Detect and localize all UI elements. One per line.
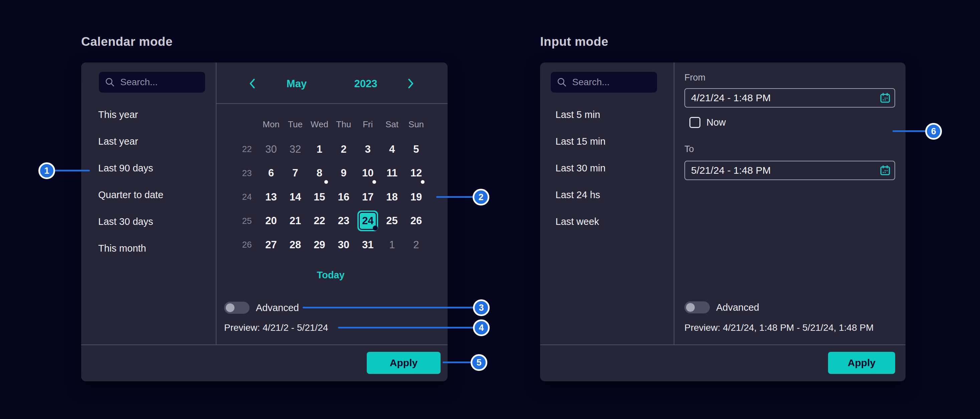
footer-divider	[81, 344, 447, 345]
day-1[interactable]: 1	[380, 233, 404, 257]
from-label: From	[684, 73, 705, 83]
to-calendar-button[interactable]	[879, 164, 891, 177]
weekday-header-sun: Sun	[404, 118, 428, 131]
weekday-header-tue: Tue	[283, 118, 307, 131]
day-5[interactable]: 5	[404, 137, 428, 161]
next-month-button[interactable]	[403, 76, 418, 91]
apply-button[interactable]: Apply	[828, 352, 895, 374]
day-19[interactable]: 19	[404, 185, 428, 209]
day-31[interactable]: 31	[356, 233, 380, 257]
week-number-22: 22	[235, 137, 259, 161]
day-28[interactable]: 28	[283, 233, 307, 257]
preset-list: This yearLast yearLast 90 daysQuarter to…	[81, 101, 215, 261]
day-30[interactable]: 30	[332, 233, 356, 257]
weekday-header-sat: Sat	[380, 118, 404, 131]
day-2[interactable]: 2	[332, 137, 356, 161]
year-label[interactable]: 2023	[337, 78, 394, 90]
week-number-23: 23	[235, 161, 259, 185]
day-22[interactable]: 22	[307, 209, 331, 233]
advanced-toggle[interactable]	[684, 301, 710, 314]
day-21[interactable]: 21	[283, 209, 307, 233]
chevron-right-icon	[406, 78, 415, 89]
selected-day-box: 24	[357, 210, 378, 231]
day-20[interactable]: 20	[259, 209, 283, 233]
preset-last-15-min[interactable]: Last 15 min	[540, 128, 672, 155]
search-input[interactable]	[120, 77, 205, 88]
day-13[interactable]: 13	[259, 185, 283, 209]
chevron-left-icon	[248, 78, 257, 89]
prev-month-button[interactable]	[245, 76, 260, 91]
preset-last-90-days[interactable]: Last 90 days	[81, 155, 215, 182]
day-32[interactable]: 32	[283, 137, 307, 161]
preset-last-year[interactable]: Last year	[81, 128, 215, 155]
month-label[interactable]: May	[268, 78, 325, 90]
callout-badge-5: 5	[471, 354, 487, 371]
preset-this-month[interactable]: This month	[81, 235, 215, 261]
stage: Calendar mode Input mode This yearLast y…	[0, 0, 980, 419]
week-number-24: 24	[235, 185, 259, 209]
day-11[interactable]: 11	[380, 161, 404, 185]
from-input[interactable]	[685, 92, 879, 104]
from-field[interactable]	[684, 88, 895, 108]
day-25[interactable]: 25	[380, 209, 404, 233]
day-10[interactable]: 10	[356, 161, 380, 185]
search-icon	[557, 77, 567, 87]
day-15[interactable]: 15	[307, 185, 331, 209]
to-field[interactable]	[684, 161, 895, 180]
day-29[interactable]: 29	[307, 233, 331, 257]
from-calendar-button[interactable]	[879, 92, 891, 104]
day-2[interactable]: 2	[404, 233, 428, 257]
advanced-label: Advanced	[256, 302, 299, 314]
day-23[interactable]: 23	[332, 209, 356, 233]
day-26[interactable]: 26	[404, 209, 428, 233]
preset-last-24-hs[interactable]: Last 24 hs	[540, 182, 672, 208]
callout-badge-3: 3	[473, 300, 490, 316]
weekday-header-spacer	[235, 118, 259, 131]
advanced-label: Advanced	[716, 301, 759, 314]
footer-divider	[540, 344, 905, 345]
day-12[interactable]: 12	[404, 161, 428, 185]
preset-last-week[interactable]: Last week	[540, 208, 672, 235]
weekday-header-wed: Wed	[307, 118, 331, 131]
callout-badge-4: 4	[473, 319, 490, 336]
preset-last-30-min[interactable]: Last 30 min	[540, 155, 672, 182]
callout-line-6	[892, 130, 926, 132]
calendar-mode-title: Calendar mode	[81, 35, 173, 49]
day-17[interactable]: 17	[356, 185, 380, 209]
now-checkbox[interactable]	[689, 117, 700, 128]
callout-line-1	[54, 170, 90, 171]
day-30[interactable]: 30	[259, 137, 283, 161]
now-label: Now	[706, 117, 726, 128]
preset-this-year[interactable]: This year	[81, 101, 215, 128]
today-link[interactable]: Today	[281, 270, 381, 281]
preset-last-5-min[interactable]: Last 5 min	[540, 101, 672, 128]
advanced-toggle[interactable]	[224, 302, 250, 314]
day-3[interactable]: 3	[356, 137, 380, 161]
sidebar-divider	[674, 62, 675, 344]
day-9[interactable]: 9	[332, 161, 356, 185]
day-selected-24[interactable]: 24	[356, 209, 380, 233]
callout-badge-2: 2	[473, 189, 489, 206]
preset-quarter-to-date[interactable]: Quarter to date	[81, 182, 215, 208]
day-18[interactable]: 18	[380, 185, 404, 209]
day-7[interactable]: 7	[283, 161, 307, 185]
day-14[interactable]: 14	[283, 185, 307, 209]
day-4[interactable]: 4	[380, 137, 404, 161]
apply-button[interactable]: Apply	[367, 352, 441, 374]
to-input[interactable]	[685, 165, 879, 176]
search-input[interactable]	[572, 77, 657, 88]
day-1[interactable]: 1	[307, 137, 331, 161]
search-box[interactable]	[99, 72, 205, 92]
day-6[interactable]: 6	[259, 161, 283, 185]
calendar-icon	[879, 164, 891, 177]
preset-last-30-days[interactable]: Last 30 days	[81, 208, 215, 235]
preview-text: Preview: 4/21/24, 1:48 PM - 5/21/24, 1:4…	[684, 322, 874, 334]
search-box[interactable]	[551, 72, 657, 92]
week-number-25: 25	[235, 209, 259, 233]
day-16[interactable]: 16	[332, 185, 356, 209]
to-label: To	[684, 144, 694, 155]
input-mode-panel: Last 5 minLast 15 minLast 30 minLast 24 …	[540, 62, 905, 381]
day-8[interactable]: 8	[307, 161, 331, 185]
day-27[interactable]: 27	[259, 233, 283, 257]
calendar-mode-panel: This yearLast yearLast 90 daysQuarter to…	[81, 62, 447, 381]
